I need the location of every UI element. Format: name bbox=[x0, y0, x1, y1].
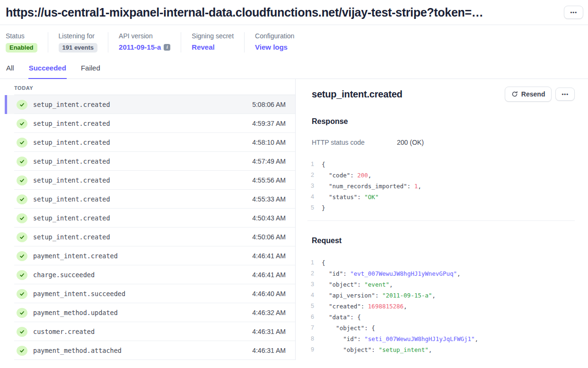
event-list-item[interactable]: setup_intent.created4:50:43 AM bbox=[5, 209, 295, 228]
code-text: { bbox=[322, 159, 325, 170]
webhook-endpoint-url: https://us-central1-mixpanel-internal-da… bbox=[6, 6, 483, 19]
line-number: 2 bbox=[307, 170, 314, 181]
code-line: 3 "num_records_imported": 1, bbox=[307, 181, 575, 192]
event-time: 4:46:41 AM bbox=[252, 252, 286, 260]
status-group-label: API version bbox=[119, 32, 170, 40]
code-text: "created": 1698815286, bbox=[322, 301, 407, 312]
status-group-value: View logs bbox=[255, 43, 294, 51]
response-section-heading: Response bbox=[312, 117, 575, 126]
event-name: setup_intent.created bbox=[33, 214, 110, 222]
line-number: 6 bbox=[307, 312, 314, 323]
tab-all[interactable]: All bbox=[6, 63, 15, 79]
code-line: 6 "data": { bbox=[307, 312, 575, 323]
status-group-api-version: API version2011-09-15-ai bbox=[108, 32, 181, 53]
line-number: 8 bbox=[307, 333, 314, 344]
event-list-item[interactable]: customer.created4:46:31 AM bbox=[5, 322, 295, 341]
event-rows: setup_intent.created5:08:06 AMsetup_inte… bbox=[0, 95, 295, 360]
event-name: setup_intent.created bbox=[33, 233, 110, 241]
tab-failed[interactable]: Failed bbox=[80, 63, 101, 79]
code-line: 4 "api_version": "2011-09-15-a", bbox=[307, 290, 575, 301]
code-text: { bbox=[322, 257, 325, 268]
code-line: 4 "status": "OK" bbox=[307, 192, 575, 202]
event-list-item[interactable]: setup_intent.created4:59:37 AM bbox=[5, 114, 295, 133]
line-number: 1 bbox=[307, 257, 314, 268]
event-list-item[interactable]: payment_intent.created4:46:41 AM bbox=[5, 246, 295, 265]
line-number: 4 bbox=[307, 290, 314, 301]
event-name: payment_intent.created bbox=[33, 252, 118, 260]
success-check-icon bbox=[17, 157, 27, 166]
2011-09-15-a-link[interactable]: 2011-09-15-a bbox=[119, 43, 161, 51]
success-check-icon bbox=[17, 270, 27, 280]
event-name: charge.succeeded bbox=[33, 271, 95, 279]
tab-succeeded[interactable]: Succeeded bbox=[28, 63, 67, 79]
resend-button-label: Resend bbox=[521, 90, 545, 98]
http-status-row: HTTP status code 200 (OK) bbox=[312, 139, 575, 146]
event-filter-tabs: AllSucceededFailed bbox=[0, 63, 588, 79]
detail-more-button[interactable]: ••• bbox=[555, 88, 575, 101]
status-group-signing-secret: Signing secretReveal bbox=[181, 32, 244, 53]
view-logs-link[interactable]: View logs bbox=[255, 43, 288, 51]
success-check-icon bbox=[17, 251, 27, 261]
resend-button[interactable]: Resend bbox=[505, 87, 552, 102]
event-list-item[interactable]: setup_intent.created4:58:10 AM bbox=[5, 133, 295, 152]
http-status-label: HTTP status code bbox=[312, 139, 397, 146]
success-check-icon bbox=[17, 308, 27, 318]
status-group-listening-for: Listening for191 events bbox=[48, 32, 108, 53]
code-text: "num_records_imported": 1, bbox=[322, 181, 421, 192]
event-time: 4:50:06 AM bbox=[252, 233, 286, 241]
code-text: "object": { bbox=[322, 323, 375, 333]
code-line: 5} bbox=[307, 202, 575, 213]
code-text: "status": "OK" bbox=[322, 192, 378, 202]
event-list-item[interactable]: payment_intent.succeeded4:46:40 AM bbox=[5, 284, 295, 303]
success-check-icon bbox=[17, 119, 27, 129]
code-text: "id": "evt_007WewuJW8hgHJ1yWnevGPuq", bbox=[322, 268, 461, 279]
success-check-icon bbox=[17, 100, 27, 110]
code-line: 2 "id": "evt_007WewuJW8hgHJ1yWnevGPuq", bbox=[307, 268, 575, 279]
event-list-item[interactable]: setup_intent.created4:57:49 AM bbox=[5, 152, 295, 171]
line-number: 2 bbox=[307, 268, 314, 279]
event-group-header: TODAY bbox=[14, 79, 295, 95]
event-time: 5:08:06 AM bbox=[252, 101, 286, 108]
status-enabled-badge: Enabled bbox=[6, 43, 37, 53]
http-status-value: 200 (OK) bbox=[397, 139, 424, 146]
event-name: setup_intent.created bbox=[33, 101, 110, 108]
reveal-link[interactable]: Reveal bbox=[192, 43, 214, 51]
line-number: 3 bbox=[307, 279, 314, 290]
header-more-button[interactable]: ••• bbox=[564, 6, 583, 19]
line-number: 5 bbox=[307, 301, 314, 312]
event-name: customer.created bbox=[33, 328, 95, 335]
status-bar: StatusEnabledListening for191 eventsAPI … bbox=[0, 25, 588, 63]
code-text: "api_version": "2011-09-15-a", bbox=[322, 290, 436, 301]
info-icon: i bbox=[164, 44, 170, 51]
event-list-item[interactable]: setup_intent.created4:50:06 AM bbox=[5, 228, 295, 246]
event-name: setup_intent.created bbox=[33, 120, 110, 127]
event-time: 4:55:33 AM bbox=[252, 195, 286, 203]
code-text: "data": { bbox=[322, 312, 361, 323]
status-group-value: Reveal bbox=[192, 43, 234, 51]
event-list-pane: TODAY setup_intent.created5:08:06 AMsetu… bbox=[0, 79, 296, 360]
event-list-item[interactable]: setup_intent.created4:55:56 AM bbox=[5, 171, 295, 190]
code-text: } bbox=[322, 202, 325, 213]
event-time: 4:59:37 AM bbox=[252, 120, 286, 127]
status-group-label: Signing secret bbox=[192, 32, 234, 40]
event-name: setup_intent.created bbox=[33, 158, 110, 165]
event-list-item[interactable]: setup_intent.created5:08:06 AM bbox=[5, 95, 295, 114]
event-list-item[interactable]: payment_method.attached4:46:31 AM bbox=[5, 341, 295, 360]
resend-refresh-icon bbox=[511, 91, 518, 97]
code-text: "code": 200, bbox=[322, 170, 371, 181]
status-group-value: 191 events bbox=[59, 43, 98, 53]
event-time: 4:46:40 AM bbox=[252, 290, 286, 298]
event-list-item[interactable]: charge.succeeded4:46:41 AM bbox=[5, 265, 295, 284]
code-text: "object": "event", bbox=[322, 279, 393, 290]
event-time: 4:58:10 AM bbox=[252, 139, 286, 146]
event-list-item[interactable]: payment_method.updated4:46:32 AM bbox=[5, 303, 295, 322]
event-time: 4:55:56 AM bbox=[252, 176, 286, 184]
status-group-label: Listening for bbox=[59, 32, 98, 40]
line-number: 5 bbox=[307, 202, 314, 213]
code-text: "id": "seti_007WewuJW8hgHJ1yJqLFWGj1", bbox=[322, 333, 478, 344]
line-number: 9 bbox=[307, 344, 314, 355]
status-group-value: 2011-09-15-ai bbox=[119, 43, 170, 51]
status-group-value: Enabled bbox=[6, 43, 37, 53]
event-name: setup_intent.created bbox=[33, 176, 110, 184]
event-list-item[interactable]: setup_intent.created4:55:33 AM bbox=[5, 190, 295, 209]
